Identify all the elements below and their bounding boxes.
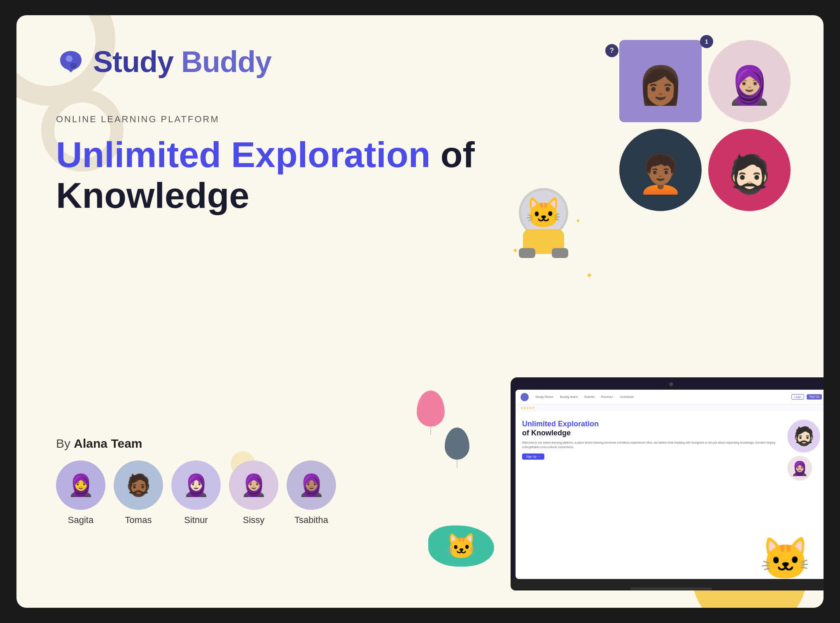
- avatar-tsabitha: 🧕🏽: [287, 460, 336, 510]
- avatar-name-sissy: Sissy: [243, 515, 265, 525]
- avatar-name-tomas: Tomas: [125, 515, 152, 525]
- team-label: By Alana Team: [56, 437, 336, 451]
- screen-nav-buddy: Buddy Ask's: [560, 395, 578, 399]
- screen-side: 🧔🏻 🧕🏼: [787, 420, 820, 481]
- photo-hijab-purple: 👩🏾: [619, 40, 702, 122]
- cat-yellow: 🐱: [760, 535, 811, 583]
- screen-avatar-2: 🧕🏼: [787, 456, 812, 481]
- screen-avatar-1: 🧔🏻: [787, 420, 820, 453]
- photos-grid: 👩🏾 🧕🏼 ? 🧑🏾‍🦱 🧔🏻: [619, 40, 791, 211]
- screen-nav-events: Events: [584, 395, 594, 399]
- avatar-sissy: 🧕🏼: [229, 460, 278, 510]
- logo-buddy: Buddy: [181, 45, 271, 78]
- screen-content: Unlimited Explorationof Knowledge Welcom…: [516, 411, 824, 489]
- team-member-sissy: 🧕🏼 Sissy: [229, 460, 278, 525]
- team-name: Alana Team: [74, 437, 142, 450]
- avatar-sitnur: 🧕🏻: [171, 460, 221, 510]
- photo-glasses-dark: 🧑🏾‍🦱: [619, 129, 702, 211]
- team-section: By Alana Team 🧕 Sagita 🧔🏾 Tomas 🧕🏻 Sitnu…: [56, 437, 336, 525]
- team-member-tomas: 🧔🏾 Tomas: [114, 460, 163, 525]
- main-slide: 1 Study Buddy ONLINE LEARNING PLATFORM U…: [16, 15, 824, 608]
- avatar-tomas: 🧔🏾: [114, 460, 163, 510]
- logo-area: Study Buddy: [56, 45, 271, 79]
- balloon-gray: [445, 428, 469, 460]
- screen-login-btn[interactable]: Login: [791, 394, 804, 400]
- logo-text: Study Buddy: [93, 45, 271, 79]
- team-member-tsabitha: 🧕🏽 Tsabitha: [287, 460, 336, 525]
- screen-headline: Unlimited Explorationof Knowledge: [522, 420, 781, 437]
- headline: Unlimited Exploration of Knowledge: [56, 135, 475, 216]
- screen-main: Unlimited Explorationof Knowledge Welcom…: [522, 420, 781, 481]
- screen-signup-btn[interactable]: Sign Up: [807, 394, 822, 400]
- headline-of: of: [430, 134, 475, 175]
- screen-logo-small: [520, 393, 529, 401]
- laptop-camera: [669, 382, 673, 386]
- screen-desc: Welcome to our online learning platform,…: [522, 441, 781, 449]
- balloon-pink: [417, 391, 445, 427]
- screen-nav-schedule: Schedule: [620, 395, 634, 399]
- photo-beard-pink: 🧔🏻: [708, 129, 791, 211]
- star-3: ✦: [586, 270, 593, 281]
- avatar-name-tsabitha: Tsabitha: [294, 515, 328, 525]
- question-badge-yellow: ?: [777, 40, 791, 54]
- screen-cta-btn[interactable]: Sign Up →: [522, 453, 544, 460]
- screen-nav-study-room: Study Room: [535, 395, 553, 399]
- logo-study: Study: [93, 45, 173, 78]
- logo-icon: [56, 47, 86, 77]
- team-avatars: 🧕 Sagita 🧔🏾 Tomas 🧕🏻 Sitnur 🧕🏼 Sissy 🧕🏽 …: [56, 460, 336, 525]
- headline-line2: Knowledge: [56, 175, 475, 216]
- number-badge: 1: [700, 35, 713, 48]
- subtitle: ONLINE LEARNING PLATFORM: [56, 114, 219, 125]
- team-member-sagita: 🧕 Sagita: [56, 460, 105, 525]
- screen-nav: Study Room Buddy Ask's Events Rooms+ Sch…: [516, 390, 824, 404]
- avatar-sagita: 🧕: [56, 460, 105, 510]
- cat-teal: 🐱: [428, 525, 494, 567]
- question-badge-dark: ?: [605, 44, 618, 57]
- headline-highlight: Unlimited Exploration: [56, 134, 430, 175]
- team-member-sitnur: 🧕🏻 Sitnur: [171, 460, 221, 525]
- avatar-name-sitnur: Sitnur: [184, 515, 208, 525]
- avatar-name-sagita: Sagita: [68, 515, 93, 525]
- headline-line1: Unlimited Exploration of: [56, 135, 475, 175]
- photo-hijab-pink: 🧕🏼 ?: [708, 40, 791, 122]
- screen-nav-rooms: Rooms+: [601, 395, 614, 399]
- astronaut-cat: 🐱: [511, 188, 576, 254]
